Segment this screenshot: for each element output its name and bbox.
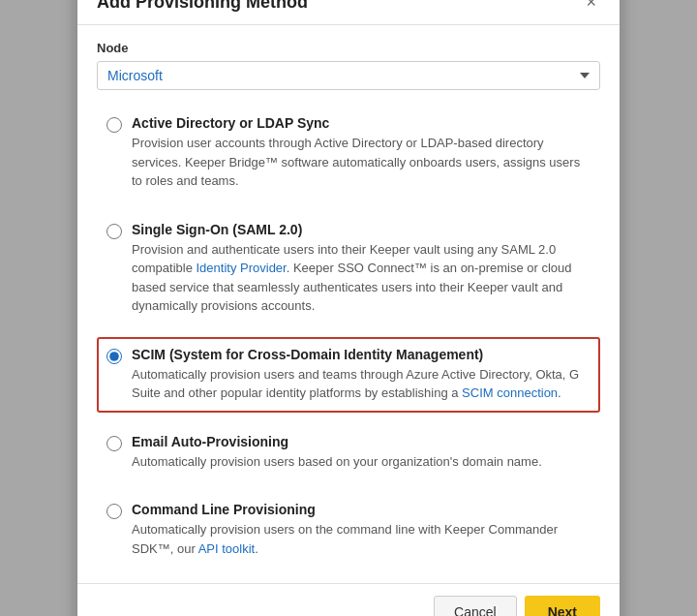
option-desc-sso: Provision and authenticate users into th… — [132, 240, 591, 316]
option-content-scim: SCIM (System for Cross-Domain Identity M… — [132, 347, 591, 403]
option-content-ad-ldap: Active Directory or LDAP Sync Provision … — [132, 115, 591, 191]
close-button[interactable]: × — [582, 0, 600, 13]
option-content-cli: Command Line Provisioning Automatically … — [132, 502, 591, 558]
option-ad-ldap[interactable]: Active Directory or LDAP Sync Provision … — [97, 106, 600, 200]
cancel-button[interactable]: Cancel — [434, 596, 517, 616]
option-sso[interactable]: Single Sign-On (SAML 2.0) Provision and … — [97, 212, 600, 325]
radio-email[interactable] — [106, 436, 122, 451]
option-title-email: Email Auto-Provisioning — [132, 434, 591, 449]
option-scim[interactable]: SCIM (System for Cross-Domain Identity M… — [97, 337, 600, 413]
option-title-ad-ldap: Active Directory or LDAP Sync — [132, 115, 591, 131]
dialog-overlay: Add Provisioning Method × Node Microsoft… — [0, 0, 697, 616]
dialog-title: Add Provisioning Method — [97, 0, 308, 13]
option-title-cli: Command Line Provisioning — [132, 502, 591, 517]
radio-sso[interactable] — [106, 224, 122, 239]
dialog: Add Provisioning Method × Node Microsoft… — [77, 0, 620, 616]
option-title-scim: SCIM (System for Cross-Domain Identity M… — [132, 347, 591, 362]
option-content-email: Email Auto-Provisioning Automatically pr… — [132, 434, 591, 472]
option-desc-ad-ldap: Provision user accounts through Active D… — [132, 134, 591, 191]
option-desc-cli: Automatically provision users on the com… — [132, 520, 591, 558]
radio-cli[interactable] — [106, 504, 122, 519]
option-email[interactable]: Email Auto-Provisioning Automatically pr… — [97, 424, 600, 481]
option-desc-scim: Automatically provision users and teams … — [132, 365, 591, 403]
option-content-sso: Single Sign-On (SAML 2.0) Provision and … — [132, 222, 591, 316]
dialog-body: Node Microsoft Active Directory or LDAP … — [77, 25, 620, 583]
node-label: Node — [97, 41, 600, 55]
options-list: Active Directory or LDAP Sync Provision … — [97, 106, 600, 568]
radio-scim[interactable] — [106, 349, 122, 364]
radio-ad-ldap[interactable] — [106, 117, 122, 133]
dialog-header: Add Provisioning Method × — [77, 0, 620, 25]
node-select[interactable]: Microsoft — [97, 61, 600, 90]
option-desc-email: Automatically provision users based on y… — [132, 452, 591, 472]
saml-identity-link: Identity Provider — [196, 261, 286, 275]
next-button[interactable]: Next — [525, 596, 600, 616]
api-toolkit-link[interactable]: API toolkit — [198, 541, 256, 556]
dialog-footer: Cancel Next — [77, 583, 620, 616]
option-cli[interactable]: Command Line Provisioning Automatically … — [97, 492, 600, 568]
option-title-sso: Single Sign-On (SAML 2.0) — [132, 222, 591, 237]
scim-link: SCIM connection — [462, 385, 558, 400]
